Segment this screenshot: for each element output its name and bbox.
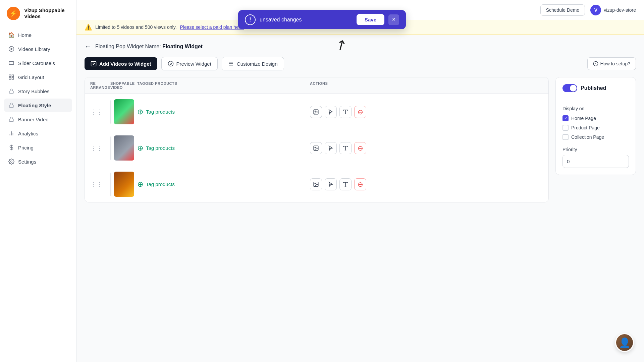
store-name: vizup-dev-store (604, 7, 636, 13)
action-icons-1: ⊖ (310, 106, 483, 118)
home-page-checkbox[interactable]: ✓ (562, 115, 569, 121)
tag-products-button-3[interactable]: ⊕ Tag products (137, 180, 175, 189)
customize-design-button[interactable]: Customize Design (222, 57, 284, 70)
delete-button-2[interactable]: ⊖ (354, 142, 366, 154)
tag-products-button-2[interactable]: ⊕ Tag products (137, 144, 175, 153)
product-page-checkbox[interactable] (562, 125, 569, 131)
close-banner-button[interactable]: × (388, 14, 399, 25)
image-action-button-2[interactable] (310, 142, 322, 154)
collection-page-checkbox[interactable] (562, 134, 569, 140)
sidebar-label-grid-layout: Grid Layout (18, 74, 44, 80)
store-avatar: V (590, 5, 601, 15)
user-avatar[interactable]: 👤 (615, 333, 634, 352)
sidebar-item-settings[interactable]: Settings (4, 155, 72, 168)
tag-products-label-1: Tag products (146, 109, 175, 115)
cursor-action-button-2[interactable] (325, 142, 337, 154)
tag-products-button-1[interactable]: ⊕ Tag products (137, 108, 175, 116)
table-row: ⋮⋮ ⊕ Tag products (85, 166, 548, 202)
paid-plan-link[interactable]: Please select a paid plan here. (180, 24, 244, 30)
drag-handle-2[interactable]: ⋮⋮ (90, 144, 110, 152)
tag-plus-icon-2: ⊕ (137, 144, 143, 153)
svg-point-33 (315, 183, 315, 184)
store-info: V vizup-dev-store (590, 5, 636, 15)
tagged-products-cell-1: ⊕ Tag products (137, 108, 310, 116)
save-button[interactable]: Save (357, 14, 384, 25)
delete-button-3[interactable]: ⊖ (354, 178, 366, 190)
sidebar-item-story-bubbles[interactable]: Story Bubbles (4, 84, 72, 98)
video-table: RE ARRANGE SHOPPABLE VIDEO TAGGED PRODUC… (85, 77, 549, 202)
product-page-label: Product Page (571, 125, 600, 130)
svg-marker-1 (11, 48, 13, 50)
warning-text: Limited to 5 videos and 500 views only. (95, 24, 177, 30)
svg-rect-2 (9, 62, 14, 65)
content-area: ⚠️ Limited to 5 videos and 500 views onl… (76, 20, 644, 362)
main-area: Schedule Demo V vizup-dev-store ⚠️ Limit… (76, 0, 644, 362)
collection-page-label: Collection Page (571, 134, 604, 140)
cursor-action-button-1[interactable] (325, 106, 337, 118)
sidebar-label-videos-library: Videos Library (18, 46, 50, 52)
sidebar-item-grid-layout[interactable]: Grid Layout (4, 70, 72, 84)
schedule-demo-button[interactable]: Schedule Demo (540, 4, 585, 16)
sidebar-item-pricing[interactable]: Pricing (4, 141, 72, 154)
tag-plus-icon-1: ⊕ (137, 108, 143, 116)
svg-point-14 (11, 161, 12, 163)
row-divider-3 (110, 173, 111, 196)
logo-text: Vizup Shoppable Videos (24, 7, 65, 19)
tagged-products-cell-2: ⊕ Tag products (137, 144, 310, 153)
videos-library-icon (8, 46, 15, 52)
preview-label: Preview Widget (176, 61, 211, 67)
preview-widget-button[interactable]: Preview Widget (161, 57, 218, 70)
banner-video-lock-icon (8, 116, 15, 123)
sidebar-item-home[interactable]: 🏠 Home (4, 28, 72, 42)
priority-input[interactable] (562, 155, 629, 168)
text-action-button-3[interactable] (339, 178, 352, 190)
svg-rect-3 (9, 75, 11, 76)
row-divider-2 (110, 136, 111, 160)
sidebar-item-slider-carousels[interactable]: Slider Carousels (4, 56, 72, 70)
drag-handle-3[interactable]: ⋮⋮ (90, 181, 110, 188)
svg-rect-15 (91, 61, 96, 66)
col-shoppable-video: SHOPPABLE VIDEO (110, 81, 137, 89)
drag-handle-1[interactable]: ⋮⋮ (90, 108, 110, 116)
slider-carousels-icon (8, 60, 15, 66)
image-action-button-3[interactable] (310, 178, 322, 190)
checkbox-row-home-page: ✓ Home Page (562, 115, 629, 121)
home-page-label: Home Page (571, 116, 596, 121)
back-arrow-button[interactable]: ← (85, 43, 91, 50)
display-on-section: Display on ✓ Home Page Product Page Coll… (562, 106, 629, 140)
svg-point-17 (170, 63, 171, 65)
svg-rect-8 (9, 105, 13, 107)
sidebar-label-analytics: Analytics (18, 131, 38, 136)
row-divider-1 (110, 100, 111, 124)
text-action-button-1[interactable] (339, 106, 352, 118)
sidebar-item-videos-library[interactable]: Videos Library (4, 42, 72, 56)
toggle-knob (570, 85, 577, 92)
analytics-icon (8, 130, 15, 137)
toolbar: Add Videos to Widget Preview Widget Cust… (85, 57, 636, 70)
unsaved-changes-banner: ! unsaved changes Save × (238, 10, 406, 29)
story-bubbles-lock-icon (8, 88, 15, 95)
grid-layout-icon (8, 74, 15, 80)
preview-icon (168, 61, 174, 67)
image-action-button-1[interactable] (310, 106, 322, 118)
home-icon: 🏠 (8, 32, 15, 38)
sidebar-item-analytics[interactable]: Analytics (4, 127, 72, 140)
delete-button-1[interactable]: ⊖ (354, 106, 366, 118)
customize-label: Customize Design (237, 61, 278, 67)
sidebar-logo: ⚡ Vizup Shoppable Videos (0, 7, 76, 28)
cursor-action-button-3[interactable] (325, 178, 337, 190)
action-icons-2: ⊖ (310, 142, 483, 154)
sidebar-item-floating-style[interactable]: Floating Style (4, 99, 72, 112)
how-to-setup-button[interactable]: How to setup? (587, 57, 636, 70)
add-videos-icon (91, 61, 97, 67)
pricing-icon (8, 144, 15, 151)
published-toggle[interactable] (562, 84, 577, 92)
add-videos-button[interactable]: Add Videos to Widget (85, 57, 157, 70)
text-action-button-2[interactable] (339, 142, 352, 154)
sidebar-item-banner-video[interactable]: Banner Video (4, 113, 72, 126)
floating-style-lock-icon (8, 102, 15, 109)
svg-point-25 (315, 111, 315, 111)
page-title: Floating Pop Widget Name: Floating Widge… (95, 44, 203, 50)
warning-icon: ⚠️ (85, 23, 92, 31)
table-row: ⋮⋮ ⊕ Tag products (85, 94, 548, 130)
